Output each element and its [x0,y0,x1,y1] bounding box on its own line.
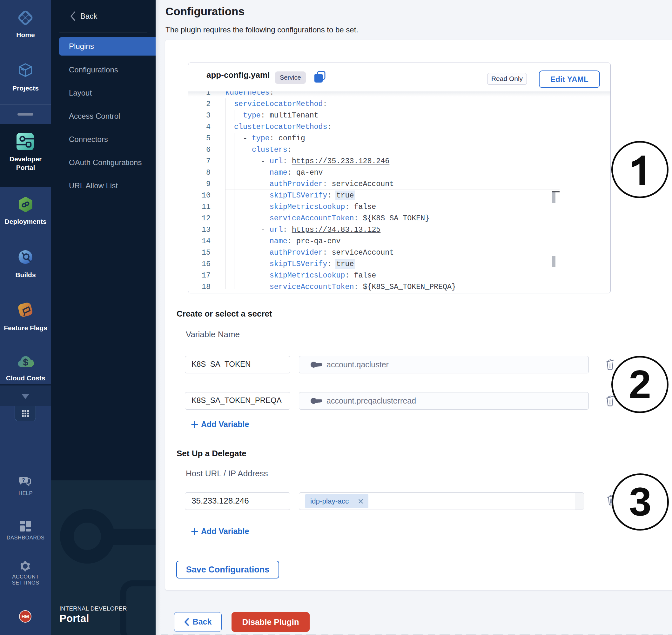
svg-text:$: $ [23,357,28,367]
svg-text:?: ? [22,478,25,483]
